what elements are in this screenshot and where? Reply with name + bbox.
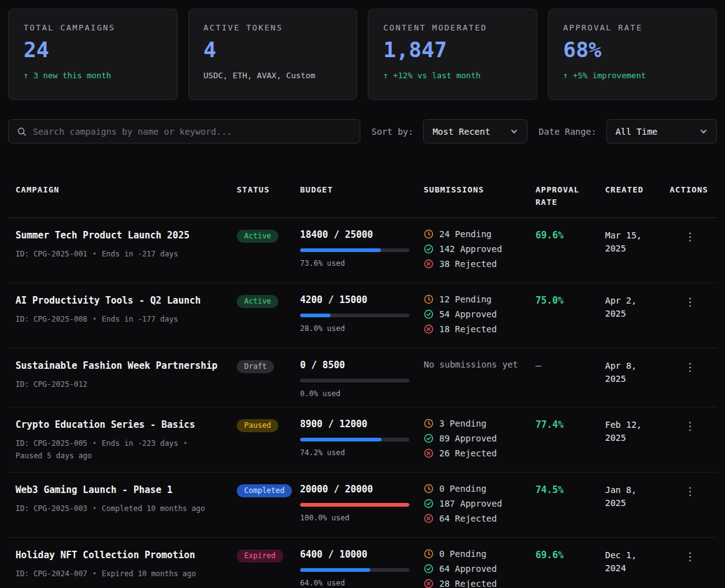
kebab-menu-icon[interactable]: ⋮: [678, 360, 701, 375]
kebab-menu-icon[interactable]: ⋮: [678, 484, 701, 499]
chevron-down-icon: [700, 127, 708, 135]
sort-select[interactable]: Most Recent: [423, 119, 527, 143]
table-row: Sustainable Fashion Week Partnership ID:…: [8, 348, 717, 407]
budget-used-label: 64.0% used: [300, 579, 413, 587]
campaign-name: Summer Tech Product Launch 2025: [16, 229, 226, 243]
budget-progress-bar: [300, 503, 409, 507]
budget-progress-fill: [300, 438, 381, 441]
submission-rejected: 28 Rejected: [424, 579, 524, 588]
submission-count-label: 24 Pending: [439, 229, 491, 239]
status-badge: Completed: [237, 484, 292, 497]
check-circle-icon: [424, 309, 434, 319]
stat-card-approval-rate: APPROVAL RATE 68% ↑ +5% improvement: [548, 9, 718, 100]
table-row: Web3 Gaming Launch - Phase 1 ID: CPG-202…: [8, 473, 717, 538]
campaign-cell: Web3 Gaming Launch - Phase 1 ID: CPG-202…: [16, 484, 237, 528]
submissions-cell: No submissions yet: [424, 360, 536, 398]
status-badge: Paused: [237, 419, 278, 432]
created-date: Dec 1, 2024: [605, 549, 659, 574]
campaign-meta: ID: CPG-2024-007•Expired 10 months ago: [16, 568, 226, 579]
submission-approved: 187 Approved: [424, 499, 524, 509]
table-body: Summer Tech Product Launch 2025 ID: CPG-…: [8, 218, 717, 588]
submission-rejected: 38 Rejected: [424, 259, 524, 269]
budget-amount: 6400 / 10000: [300, 549, 413, 560]
col-header-status: STATUS: [237, 166, 300, 209]
clock-icon: [424, 484, 434, 494]
approval-rate-cell: 69.6%: [536, 229, 605, 274]
campaign-meta-item: ID: CPG-2025-005: [16, 438, 88, 449]
campaign-name: Holiday NFT Collection Promotion: [16, 549, 226, 563]
search-input[interactable]: [33, 127, 352, 137]
date-range-select[interactable]: All Time: [606, 119, 717, 143]
stat-trend: ↑ +12% vs last month: [383, 71, 522, 80]
status-cell: Draft: [237, 360, 300, 398]
table-row: Summer Tech Product Launch 2025 ID: CPG-…: [8, 218, 717, 283]
campaign-cell: AI Productivity Tools - Q2 Launch ID: CP…: [16, 294, 237, 339]
stat-label: CONTENT MODERATED: [383, 23, 522, 32]
kebab-menu-icon[interactable]: ⋮: [678, 418, 701, 434]
budget-used-label: 28.0% used: [300, 324, 413, 333]
approval-rate-value: 77.4%: [536, 419, 563, 430]
stat-detail: USDC, ETH, AVAX, Custom: [204, 71, 342, 80]
budget-progress-fill: [300, 314, 331, 317]
submission-pending: 0 Pending: [424, 549, 524, 559]
submission-count-label: 142 Approved: [439, 244, 502, 254]
stats-grid: TOTAL CAMPAIGNS 24 ↑ 3 new this month AC…: [8, 9, 717, 100]
col-header-campaign: CAMPAIGN: [16, 166, 237, 209]
budget-progress-bar: [300, 248, 409, 252]
budget-progress-bar: [300, 379, 409, 382]
approval-rate-value: 69.6%: [536, 550, 563, 561]
check-circle-icon: [424, 564, 434, 574]
stat-label: APPROVAL RATE: [563, 23, 702, 32]
x-circle-icon: [424, 324, 434, 334]
campaign-meta: ID: CPG-2025-001•Ends in -217 days: [16, 248, 226, 260]
campaign-meta-item: ID: CPG-2025-012: [16, 379, 88, 390]
budget-amount: 8900 / 12000: [300, 418, 413, 430]
table-row: Holiday NFT Collection Promotion ID: CPG…: [8, 538, 717, 588]
created-cell: Jan 8, 2025: [605, 484, 670, 528]
dashboard-page: TOTAL CAMPAIGNS 24 ↑ 3 new this month AC…: [0, 0, 725, 588]
campaign-name: Web3 Gaming Launch - Phase 1: [16, 484, 226, 497]
date-range-label: Date Range:: [539, 127, 596, 137]
stat-value: 24: [24, 38, 162, 61]
search-box[interactable]: [8, 119, 360, 143]
budget-amount: 18400 / 25000: [300, 229, 413, 240]
campaign-meta-item: Ends in -223 days: [102, 438, 178, 449]
x-circle-icon: [424, 579, 434, 588]
created-cell: Mar 15, 2025: [605, 229, 670, 274]
submission-count-label: 0 Pending: [439, 484, 486, 494]
chevron-down-icon: [510, 127, 518, 135]
kebab-menu-icon[interactable]: ⋮: [678, 549, 701, 564]
actions-cell: ⋮: [670, 418, 709, 463]
status-cell: Completed: [237, 484, 300, 528]
submission-count-label: 26 Rejected: [439, 448, 497, 458]
submission-count-label: 64 Rejected: [439, 513, 497, 523]
submission-pending: 24 Pending: [424, 229, 524, 239]
budget-progress-fill: [300, 568, 370, 572]
search-icon: [17, 127, 27, 137]
budget-amount: 20000 / 20000: [300, 484, 413, 495]
submission-rejected: 26 Rejected: [424, 448, 524, 458]
budget-cell: 4200 / 15000 28.0% used: [300, 294, 424, 339]
stat-trend: ↑ 3 new this month: [24, 71, 162, 80]
approval-rate-cell: –: [536, 360, 605, 398]
submission-pending: 3 Pending: [424, 418, 524, 428]
kebab-menu-icon[interactable]: ⋮: [678, 294, 701, 310]
campaign-cell: Sustainable Fashion Week Partnership ID:…: [16, 360, 237, 398]
created-cell: Apr 2, 2025: [605, 294, 670, 339]
campaign-cell: Holiday NFT Collection Promotion ID: CPG…: [16, 549, 237, 588]
sort-by-label: Sort by:: [372, 127, 413, 137]
submission-pending: 0 Pending: [424, 484, 524, 494]
stat-value: 4: [204, 38, 342, 61]
status-cell: Active: [237, 229, 300, 274]
submissions-cell: 0 Pending64 Approved28 Rejected: [424, 549, 536, 588]
submission-count-label: 54 Approved: [439, 309, 497, 319]
stat-card-active-tokens: ACTIVE TOKENS 4 USDC, ETH, AVAX, Custom: [188, 9, 358, 100]
sort-selected-value: Most Recent: [432, 127, 490, 137]
kebab-menu-icon[interactable]: ⋮: [678, 229, 701, 245]
campaign-meta-item: ID: CPG-2025-008: [16, 314, 88, 325]
campaign-meta: ID: CPG-2025-008•Ends in -177 days: [16, 314, 226, 325]
table-row: Crypto Education Series - Basics ID: CPG…: [8, 407, 717, 473]
submission-rejected: 64 Rejected: [424, 513, 524, 523]
budget-used-label: 74.2% used: [300, 448, 413, 457]
approval-rate-value: 69.6%: [536, 230, 563, 241]
